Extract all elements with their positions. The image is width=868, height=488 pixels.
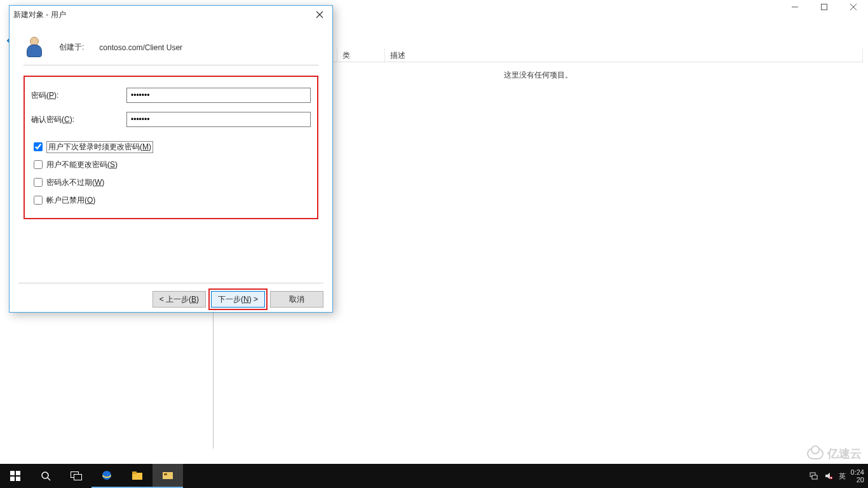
- system-tray: 英 0:24 20: [808, 464, 864, 488]
- watermark: 亿速云: [807, 446, 862, 461]
- network-icon[interactable]: [808, 471, 818, 481]
- svg-rect-2: [16, 471, 20, 475]
- svg-rect-7: [74, 475, 82, 480]
- close-button[interactable]: [839, 0, 868, 14]
- task-view-button[interactable]: [61, 464, 92, 488]
- create-in-row: 创建于: contoso.com/Client User: [24, 34, 318, 65]
- start-button[interactable]: [0, 464, 31, 488]
- clock[interactable]: 0:24 20: [851, 468, 864, 484]
- svg-rect-1: [10, 471, 15, 475]
- dialog-title: 新建对象 - 用户: [10, 6, 332, 24]
- column-description[interactable]: 描述: [385, 48, 863, 62]
- dialog-close-button[interactable]: [309, 8, 330, 21]
- window-controls: [780, 0, 868, 14]
- account-disabled-row: 帐户已禁用(O): [31, 191, 311, 209]
- back-button[interactable]: < 上一步(B): [153, 291, 206, 308]
- svg-rect-0: [822, 4, 827, 10]
- cannot-change-password-checkbox[interactable]: [34, 160, 43, 169]
- password-row: 密码(P):: [31, 83, 311, 107]
- minimize-button[interactable]: [780, 0, 810, 14]
- password-input[interactable]: [126, 88, 311, 103]
- password-never-expires-row: 密码永不过期(W): [31, 173, 311, 191]
- next-button[interactable]: 下一步(N) >: [211, 291, 265, 308]
- taskbar: 英 0:24 20: [0, 464, 868, 488]
- must-change-password-checkbox[interactable]: [34, 142, 43, 151]
- svg-rect-12: [164, 473, 167, 475]
- ime-indicator[interactable]: 英: [839, 471, 846, 481]
- svg-rect-14: [812, 475, 817, 479]
- svg-rect-4: [16, 477, 20, 481]
- new-user-dialog: 新建对象 - 用户 创建于: contoso.com/Client User 密…: [9, 5, 333, 313]
- confirm-password-row: 确认密码(C):: [31, 107, 311, 132]
- dialog-body: 创建于: contoso.com/Client User 密码(P): 确认密码…: [18, 34, 323, 278]
- must-change-password-row: 用户下次登录时须更改密码(M): [31, 138, 311, 156]
- svg-point-8: [102, 471, 111, 480]
- dialog-button-row: < 上一步(B) 下一步(N) > 取消: [18, 283, 323, 303]
- column-type[interactable]: 类: [337, 48, 385, 62]
- taskbar-mmc[interactable]: [153, 464, 183, 488]
- confirm-password-label: 确认密码(C):: [31, 114, 126, 125]
- svg-point-5: [42, 472, 48, 478]
- taskbar-explorer[interactable]: [122, 464, 153, 488]
- svg-rect-11: [163, 472, 173, 479]
- password-never-expires-checkbox[interactable]: [34, 178, 43, 187]
- create-in-label: 创建于:: [59, 42, 84, 53]
- account-disabled-label: 帐户已禁用(O): [46, 195, 95, 206]
- maximize-button[interactable]: [810, 0, 839, 14]
- create-in-path: contoso.com/Client User: [99, 43, 182, 52]
- taskbar-ie[interactable]: [92, 464, 122, 488]
- volume-icon[interactable]: [824, 471, 834, 481]
- cloud-icon: [807, 448, 824, 459]
- password-never-expires-label: 密码永不过期(W): [46, 177, 104, 188]
- cannot-change-password-row: 用户不能更改密码(S): [31, 156, 311, 173]
- must-change-password-label: 用户下次登录时须更改密码(M): [46, 141, 153, 153]
- account-disabled-checkbox[interactable]: [34, 196, 43, 205]
- svg-rect-3: [10, 477, 15, 481]
- search-button[interactable]: [31, 464, 61, 488]
- svg-rect-10: [132, 471, 137, 474]
- confirm-password-input[interactable]: [126, 112, 311, 127]
- user-icon: [24, 36, 48, 60]
- cannot-change-password-label: 用户不能更改密码(S): [46, 159, 118, 170]
- password-label: 密码(P):: [31, 90, 126, 101]
- cancel-button[interactable]: 取消: [270, 291, 323, 308]
- annotation-highlight-box: 密码(P): 确认密码(C): 用户下次登录时须更改密码(M): [24, 76, 318, 219]
